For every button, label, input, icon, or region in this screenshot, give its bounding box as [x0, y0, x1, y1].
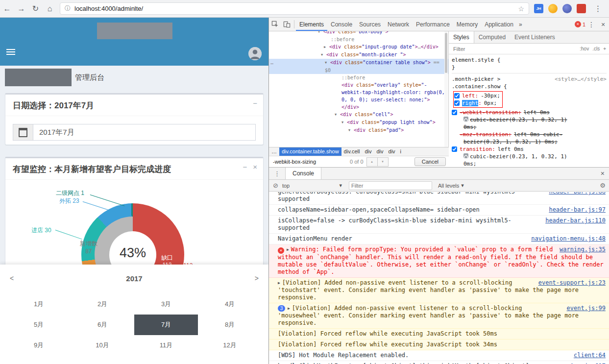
- dom-pseudo-node[interactable]: ::before: [269, 36, 448, 43]
- tab-memory[interactable]: Memory: [453, 18, 481, 31]
- find-previous-icon[interactable]: ▲: [366, 157, 378, 167]
- next-year-button[interactable]: >: [255, 274, 259, 282]
- console-filter-input[interactable]: [349, 181, 432, 190]
- expand-icon[interactable]: ▶: [278, 279, 280, 287]
- month-cell-selected[interactable]: 7月: [134, 315, 198, 335]
- tab-styles[interactable]: Styles: [449, 31, 474, 43]
- month-cell[interactable]: 9月: [7, 335, 71, 356]
- close-box-icon[interactable]: ×: [253, 163, 257, 170]
- context-selector[interactable]: top ▾: [282, 182, 342, 189]
- month-cell[interactable]: 6月: [71, 315, 134, 335]
- prop-checkbox[interactable]: [452, 110, 457, 115]
- clear-console-icon[interactable]: ⊘: [273, 182, 278, 189]
- scrollbar-thumb[interactable]: [445, 33, 447, 73]
- tab-sources[interactable]: Sources: [356, 18, 384, 31]
- find-cancel-button[interactable]: Cancel: [414, 157, 446, 166]
- source-link[interactable]: event.js:99: [567, 305, 606, 312]
- more-tabs-icon[interactable]: »: [517, 21, 524, 28]
- year-label[interactable]: 2017: [0, 274, 268, 283]
- tab-application[interactable]: Application: [481, 18, 517, 31]
- css-prop-right[interactable]: right:0px;: [454, 99, 500, 107]
- month-cell[interactable]: 12月: [198, 335, 262, 356]
- month-cell[interactable]: 11月: [134, 335, 198, 356]
- toggle-hover-button[interactable]: :hov: [580, 46, 589, 51]
- month-cell[interactable]: 4月: [198, 294, 262, 315]
- console-settings-icon[interactable]: ⚙: [600, 182, 606, 189]
- home-icon[interactable]: ⌂: [43, 4, 57, 13]
- devtools-menu-icon[interactable]: ⋮: [585, 19, 597, 30]
- source-link[interactable]: header-bar.js:110: [545, 217, 606, 224]
- expand-icon[interactable]: ▶: [287, 246, 289, 253]
- source-link[interactable]: header-bar.js:97: [549, 206, 606, 214]
- collapse-box-icon[interactable]: −: [253, 99, 257, 107]
- tab-event-listeners[interactable]: Event Listeners: [510, 31, 560, 43]
- source-link[interactable]: header-bar.js:88: [549, 192, 606, 195]
- breadcrumb-item[interactable]: div: [362, 147, 374, 156]
- browser-menu-icon[interactable]: ⋮: [591, 4, 605, 13]
- month-input-value[interactable]: 2017年7月: [33, 124, 255, 140]
- extension-icon-2[interactable]: [548, 4, 558, 13]
- source-link[interactable]: client:64: [574, 352, 606, 359]
- extension-icon-3[interactable]: [562, 4, 572, 13]
- drawer-close-icon[interactable]: ×: [596, 170, 609, 177]
- bezier-icon[interactable]: [463, 153, 468, 158]
- source-link[interactable]: event-support.js:23: [538, 279, 606, 287]
- breadcrumb-item[interactable]: i: [398, 147, 404, 156]
- dom-pseudo-node[interactable]: ::before: [269, 74, 448, 81]
- address-bar[interactable]: ⓘ localhost:4000/adminlte/ ☆: [60, 2, 529, 15]
- prop-checkbox[interactable]: [454, 93, 460, 98]
- sidebar-toggle-icon[interactable]: [6, 49, 15, 56]
- prop-checkbox[interactable]: [452, 146, 457, 152]
- find-next-icon[interactable]: ▼: [377, 157, 389, 167]
- css-prop-moz-transition[interactable]: -moz-transition:left 0ms cubic- bezier(0…: [452, 131, 607, 146]
- dom-node[interactable]: ▼<div class="pad">: [269, 126, 448, 134]
- tab-performance[interactable]: Performance: [413, 18, 453, 31]
- log-level-selector[interactable]: All levels ▾: [438, 182, 464, 189]
- tab-elements[interactable]: Elements: [296, 18, 327, 31]
- breadcrumb-overflow[interactable]: …: [269, 147, 279, 156]
- source-link[interactable]: navigation-menu.js:48: [531, 235, 606, 243]
- bezier-icon[interactable]: [463, 117, 468, 121]
- tab-network[interactable]: Network: [384, 18, 413, 31]
- new-rule-button[interactable]: +: [603, 46, 606, 51]
- breadcrumb-item[interactable]: div.cell: [341, 147, 363, 156]
- dom-node[interactable]: ▼<div class="cell">: [269, 111, 448, 119]
- month-cell[interactable]: 8月: [198, 315, 262, 335]
- tab-computed[interactable]: Computed: [474, 31, 510, 43]
- back-icon[interactable]: ←: [0, 4, 14, 13]
- error-count-badge[interactable]: × 1: [575, 21, 585, 27]
- prop-checkbox[interactable]: [454, 100, 460, 106]
- breadcrumb-item[interactable]: div: [374, 147, 386, 156]
- tab-console[interactable]: Console: [327, 18, 356, 31]
- month-cell[interactable]: 10月: [71, 335, 134, 356]
- extension-icon-jh[interactable]: JH: [534, 4, 543, 13]
- expand-icon[interactable]: ▶: [288, 305, 290, 312]
- tab-console-drawer[interactable]: Console: [285, 168, 321, 179]
- user-avatar[interactable]: [248, 47, 262, 60]
- extension-icon-4[interactable]: [577, 4, 586, 13]
- dom-node[interactable]: <div class="overlay" style="-webkit-tap-…: [269, 81, 448, 111]
- device-toolbar-icon[interactable]: [281, 19, 292, 30]
- style-source-link[interactable]: <style>…</style>: [555, 75, 607, 83]
- css-prop-webkit-transition[interactable]: -webkit-transition:left 0ms cubic-bezier…: [452, 109, 607, 131]
- month-cell[interactable]: 1月: [7, 294, 71, 315]
- month-cell[interactable]: 2月: [71, 294, 134, 315]
- bookmark-star-icon[interactable]: ☆: [518, 5, 524, 13]
- source-link[interactable]: warning.js:35: [560, 246, 606, 253]
- breadcrumb-item[interactable]: div: [386, 147, 398, 156]
- dom-node[interactable]: ▼<div class="month-picker ">: [269, 51, 448, 59]
- calendar-addon[interactable]: [13, 124, 33, 140]
- drawer-menu-icon[interactable]: ⋮: [269, 170, 285, 177]
- dom-node[interactable]: ▶<div class="input-group date">…</div>: [269, 43, 448, 51]
- devtools-close-icon[interactable]: ×: [597, 19, 609, 30]
- forward-icon[interactable]: →: [14, 4, 28, 13]
- toggle-class-button[interactable]: .cls: [592, 46, 600, 51]
- css-prop-left[interactable]: left:-30px;: [454, 92, 500, 99]
- url-text[interactable]: localhost:4000/adminlte/: [74, 5, 143, 12]
- dom-node-selected[interactable]: …▼<div class="container table show"> == …: [269, 59, 448, 74]
- month-input[interactable]: 2017年7月: [13, 124, 256, 141]
- info-icon[interactable]: ⓘ: [65, 4, 71, 13]
- elements-scrollbar[interactable]: [444, 31, 448, 147]
- collapse-box-icon[interactable]: −: [243, 163, 247, 170]
- month-cell[interactable]: 3月: [134, 294, 198, 315]
